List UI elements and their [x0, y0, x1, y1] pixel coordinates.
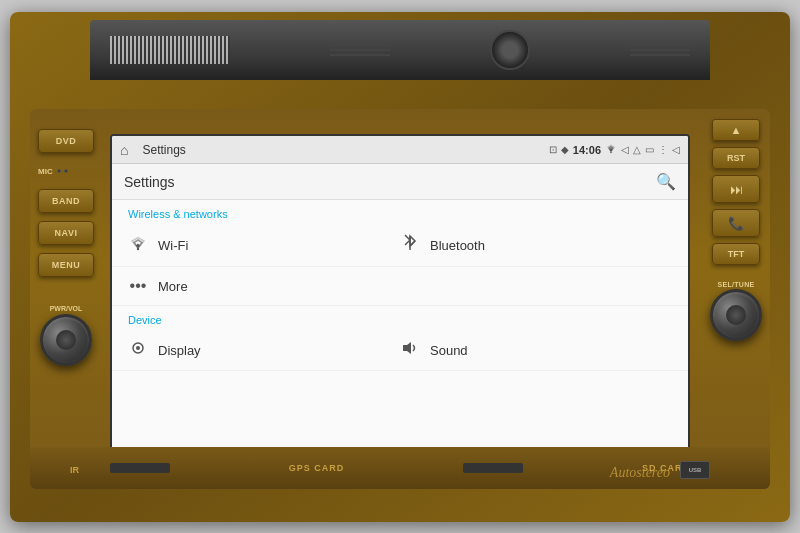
dvd-button[interactable]: DVD	[38, 129, 94, 153]
location-icon: ◆	[561, 144, 569, 155]
status-bar: ⌂ Settings ⊡ ◆ 14:06	[112, 136, 688, 164]
car-stereo-unit: DVD MIC BAND NAVI MENU PWR/VOL	[10, 12, 790, 522]
bluetooth-icon	[400, 234, 420, 256]
more-label: More	[158, 279, 188, 294]
battery-notify-icon: △	[633, 144, 641, 155]
wifi-item[interactable]: Wi-Fi	[128, 236, 400, 255]
status-bar-left: ⌂ Settings	[120, 142, 186, 158]
screen: ⌂ Settings ⊡ ◆ 14:06	[110, 134, 690, 464]
disc-slot	[490, 30, 530, 70]
bluetooth-item[interactable]: Bluetooth	[400, 234, 672, 256]
home-icon[interactable]: ⌂	[120, 142, 128, 158]
svg-marker-4	[403, 342, 411, 354]
status-bar-right: ⊡ ◆ 14:06 ◁ △ ▭	[549, 144, 680, 156]
rst-button[interactable]: RST	[712, 147, 760, 169]
usb-label: USB	[689, 467, 702, 473]
mic-label: MIC	[38, 167, 53, 176]
settings-content: Wireless & networks	[112, 200, 688, 462]
left-button-panel: DVD MIC BAND NAVI MENU PWR/VOL	[38, 129, 94, 366]
eject-button[interactable]: ▲	[712, 119, 760, 141]
vents-right	[630, 44, 690, 56]
sound-icon	[400, 340, 420, 360]
navi-button[interactable]: NAVI	[38, 221, 94, 245]
svg-point-1	[137, 247, 139, 249]
volume-icon: ◁	[621, 144, 629, 155]
wifi-status-icon	[605, 144, 617, 156]
nav-icon: ⊡	[549, 144, 557, 155]
more-row[interactable]: ••• More	[112, 267, 688, 306]
more-item[interactable]: ••• More	[128, 277, 400, 295]
wifi-bluetooth-row[interactable]: Wi-Fi	[112, 224, 688, 267]
top-mechanism	[90, 20, 710, 80]
device-body: DVD MIC BAND NAVI MENU PWR/VOL	[30, 109, 770, 489]
app-bar-title: Settings	[124, 174, 175, 190]
display-sound-row[interactable]: Display Sound	[112, 330, 688, 371]
skip-icon: ⏭	[730, 182, 743, 197]
barcode	[110, 36, 230, 64]
display-icon	[128, 340, 148, 360]
time-display: 14:06	[573, 144, 601, 156]
wireless-section-header: Wireless & networks	[112, 200, 688, 224]
wifi-label: Wi-Fi	[158, 238, 188, 253]
device-section-header: Device	[112, 306, 688, 330]
sound-item[interactable]: Sound	[400, 340, 672, 360]
display-label: Display	[158, 343, 201, 358]
back-icon[interactable]: ◁	[672, 144, 680, 155]
phone-button[interactable]: 📞	[712, 209, 760, 237]
display-item[interactable]: Display	[128, 340, 400, 360]
svg-point-3	[136, 346, 140, 350]
right-button-panel: ▲ RST ⏭ 📞 TFT SEL/TUNE	[710, 119, 762, 341]
screen-icon: ▭	[645, 144, 654, 155]
usb-port: USB	[680, 461, 710, 479]
status-bar-title: Settings	[142, 143, 185, 157]
pwr-vol-label: PWR/VOL	[40, 305, 92, 312]
search-icon[interactable]: 🔍	[656, 172, 676, 191]
eject-icon: ▲	[731, 124, 742, 136]
menu-button[interactable]: MENU	[38, 253, 94, 277]
pwr-vol-knob[interactable]	[40, 314, 92, 366]
bluetooth-label: Bluetooth	[430, 238, 485, 253]
more-icon[interactable]: ⋮	[658, 144, 668, 155]
sel-tune-label: SEL/TUNE	[710, 281, 762, 289]
android-ui: ⌂ Settings ⊡ ◆ 14:06	[112, 136, 688, 462]
ir-label: IR	[70, 465, 79, 475]
app-bar: Settings 🔍	[112, 164, 688, 200]
sd-card-slot	[463, 463, 523, 473]
skip-button[interactable]: ⏭	[712, 175, 760, 203]
tft-button[interactable]: TFT	[712, 243, 760, 265]
svg-point-0	[610, 151, 612, 153]
bottom-bar: IR GPS CARD SD CARD USB Autostereo	[30, 447, 770, 489]
phone-icon: 📞	[728, 216, 744, 231]
sel-tune-knob[interactable]	[710, 289, 762, 341]
vents	[330, 44, 390, 56]
mic-dots	[57, 169, 68, 173]
sound-label: Sound	[430, 343, 468, 358]
wifi-icon	[128, 236, 148, 255]
brand-watermark: Autostereo	[610, 465, 670, 481]
gps-card-slot	[110, 463, 170, 473]
gps-card-label: GPS CARD	[289, 463, 345, 473]
more-dots-icon: •••	[128, 277, 148, 295]
mic-area: MIC	[38, 161, 94, 181]
band-button[interactable]: BAND	[38, 189, 94, 213]
